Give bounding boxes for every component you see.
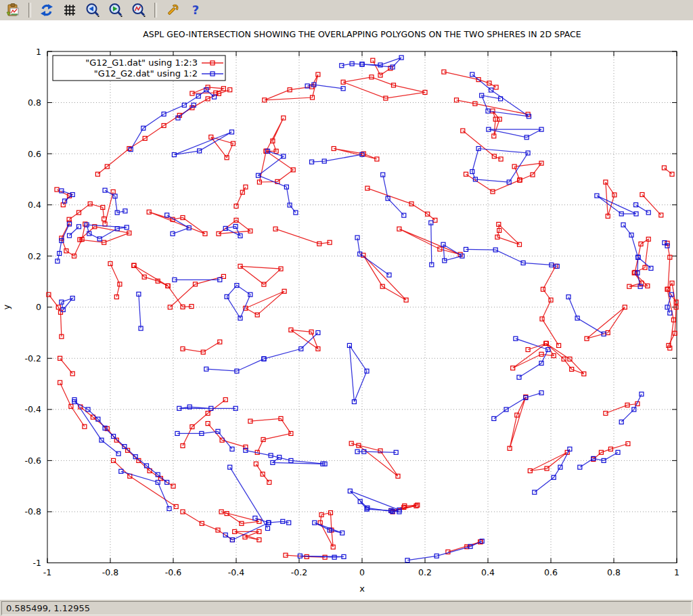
- plot-title: ASPL GEO-INTERSECTION SHOWING THE OVERLA…: [143, 29, 581, 39]
- configure-button[interactable]: [163, 1, 182, 20]
- data-polyline: [259, 151, 293, 182]
- data-polyline: [351, 443, 398, 476]
- data-polyline: [514, 163, 541, 180]
- data-polyline: [149, 212, 205, 234]
- data-polyline: [211, 137, 233, 158]
- grid-icon: [62, 3, 77, 18]
- y-tick-label: -0.2: [25, 353, 41, 364]
- data-polyline: [363, 255, 406, 300]
- data-polyline: [457, 100, 529, 114]
- x-tick-label: 0.4: [481, 567, 495, 577]
- toolbar-separator: [154, 3, 157, 18]
- grid-toggle-button[interactable]: [60, 1, 79, 20]
- data-polyline: [320, 513, 333, 548]
- x-axis-label: x: [359, 584, 365, 594]
- data-polyline: [510, 397, 526, 448]
- legend-label: "G12_G1.dat" using 1:2:3: [85, 58, 198, 68]
- svg-text:?: ?: [192, 3, 199, 17]
- data-polyline: [264, 333, 318, 359]
- data-polyline: [121, 471, 169, 508]
- data-polyline: [183, 512, 232, 540]
- toolbar: ?: [0, 0, 693, 20]
- data-polyline: [606, 182, 614, 216]
- gnuplot-window: ? -1-1-0.8-0.8-0.6-0.6-0.4-0.4-0.2-0.200…: [0, 0, 693, 616]
- data-polyline: [236, 187, 246, 206]
- mouse-coordinates: 0.585499, 1.12955: [1, 601, 692, 615]
- data-polyline: [494, 393, 541, 418]
- y-tick-label: 1: [36, 47, 41, 57]
- data-polyline: [343, 77, 425, 98]
- x-tick-label: -0.4: [228, 567, 244, 577]
- data-polyline: [256, 464, 269, 482]
- magnifier-forward-icon: [108, 3, 123, 18]
- data-polyline: [635, 239, 648, 272]
- data-polyline: [493, 111, 499, 136]
- x-tick-label: 0: [359, 567, 365, 577]
- data-polyline: [174, 132, 231, 155]
- data-polyline: [134, 265, 168, 286]
- data-marker: [557, 343, 561, 347]
- data-polyline: [642, 195, 661, 215]
- x-tick-label: 0.8: [607, 567, 621, 577]
- series-g1: [55, 56, 673, 563]
- y-axis-label: y: [1, 305, 12, 310]
- zoom-previous-button[interactable]: [83, 1, 102, 20]
- data-polyline: [69, 204, 104, 219]
- data-polyline: [489, 129, 541, 137]
- refresh-icon: [39, 3, 54, 18]
- question-icon: ?: [188, 3, 203, 18]
- data-polyline: [399, 229, 460, 255]
- x-tick-label: -0.6: [165, 567, 181, 577]
- replot-button[interactable]: [37, 1, 56, 20]
- data-polyline: [139, 294, 141, 329]
- data-polyline: [134, 265, 192, 307]
- y-tick-label: 0.4: [28, 200, 41, 210]
- x-tick-label: -0.2: [291, 567, 307, 577]
- y-tick-label: 0: [36, 302, 41, 312]
- data-polyline: [208, 424, 246, 447]
- data-polyline: [349, 345, 367, 401]
- y-tick-label: -0.8: [25, 506, 41, 516]
- data-polyline: [407, 541, 482, 560]
- data-polyline: [170, 276, 223, 307]
- magnifier-back-icon: [85, 3, 100, 18]
- help-button[interactable]: ?: [186, 1, 205, 20]
- data-polyline: [542, 266, 559, 345]
- data-polyline: [312, 154, 362, 162]
- x-tick-label: 0.6: [544, 567, 558, 577]
- x-tick-label: 1: [674, 567, 679, 577]
- data-polyline: [70, 227, 79, 236]
- data-polyline: [367, 188, 435, 220]
- data-polyline: [431, 223, 432, 265]
- data-polyline: [546, 343, 584, 374]
- plot-canvas[interactable]: -1-1-0.8-0.8-0.6-0.6-0.4-0.4-0.2-0.2000.…: [0, 20, 693, 600]
- plot-svg[interactable]: -1-1-0.8-0.8-0.6-0.6-0.4-0.4-0.2-0.2000.…: [0, 20, 693, 600]
- data-polyline: [466, 249, 558, 266]
- legend-label: "G12_G2.dat" using 1:2: [94, 68, 198, 79]
- x-tick-label: -1: [43, 567, 51, 577]
- data-polyline: [342, 64, 362, 66]
- data-marker: [371, 58, 375, 62]
- x-tick-label: -0.8: [102, 567, 118, 577]
- magnifier-autoscale-icon: [131, 3, 146, 18]
- data-polyline: [535, 449, 570, 492]
- copy-plot-button[interactable]: [3, 1, 22, 20]
- status-bar: 0.585499, 1.12955: [0, 600, 693, 616]
- data-polyline: [266, 118, 284, 151]
- y-tick-label: 0.2: [28, 251, 41, 261]
- data-polyline: [255, 518, 289, 523]
- wrench-icon: [165, 3, 180, 18]
- data-polyline: [497, 224, 520, 244]
- x-tick-label: 0.2: [418, 567, 432, 577]
- data-polyline: [463, 131, 501, 159]
- clipboard-export-icon: [5, 3, 20, 18]
- y-tick-label: -0.4: [25, 404, 41, 414]
- zoom-next-button[interactable]: [106, 1, 125, 20]
- data-polyline: [357, 452, 396, 452]
- data-polyline: [227, 286, 250, 318]
- toolbar-separator: [28, 3, 31, 18]
- data-polyline: [240, 266, 281, 284]
- y-tick-label: -0.6: [25, 456, 41, 466]
- data-polyline: [110, 264, 120, 297]
- autoscale-button[interactable]: [129, 1, 148, 20]
